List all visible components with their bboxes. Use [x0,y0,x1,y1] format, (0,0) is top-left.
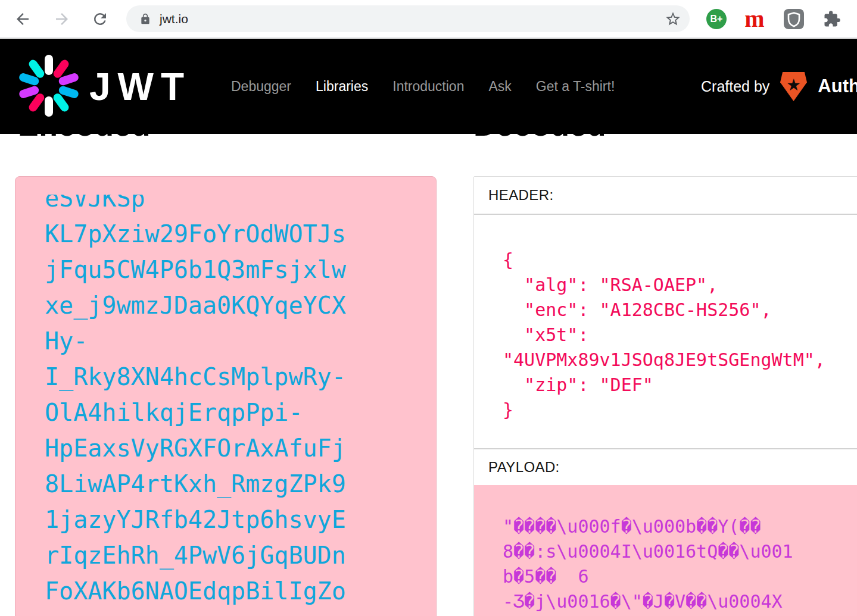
payload-json-text[interactable]: "����\u000f�\u000b��Y(�� 8��:s\u0004I\u0… [474,485,857,614]
nav-link-tshirt[interactable]: Get a T-shirt! [536,79,615,95]
shield-icon [783,8,805,30]
forward-arrow-icon [53,10,71,28]
address-bar[interactable]: jwt.io [126,5,690,32]
https-lock-icon[interactable] [139,13,151,25]
extension-shield-icon[interactable] [783,8,805,30]
crafted-by-label: Crafted by [701,78,769,95]
jwt-logo[interactable]: JWT [18,55,191,117]
bookmark-star-icon[interactable] [665,11,681,27]
jwt-wordmark: JWT [89,65,191,109]
auth0-wordmark[interactable]: Auth0 [818,76,857,97]
site-navbar: JWT Debugger Libraries Introduction Ask … [0,39,857,134]
browser-toolbar: jwt.io B+ m [0,0,857,38]
reload-button[interactable] [91,10,110,29]
header-section-label: HEADER: [474,187,554,204]
encoded-token-clip: eSVJKSp KL7pXziw29FoYrOdWOTJs jFqu5CW4P6… [15,195,436,616]
extensions-puzzle-icon[interactable] [821,8,843,30]
extension-m-icon[interactable]: m [743,8,766,30]
puzzle-icon [823,10,841,28]
nav-link-ask[interactable]: Ask [488,79,511,95]
encoded-token-text[interactable]: eSVJKSp KL7pXziw29FoYrOdWOTJs jFqu5CW4P6… [15,195,436,609]
auth0-logo-icon[interactable]: ★ [780,72,807,101]
jwt-pinwheel-icon [18,55,80,117]
extension-bplus-icon[interactable]: B+ [705,8,728,30]
back-button[interactable] [13,10,32,29]
header-section-bar: HEADER: [474,177,857,214]
encoded-token-panel[interactable]: eSVJKSp KL7pXziw29FoYrOdWOTJs jFqu5CW4P6… [15,176,437,616]
nav-links: Debugger Libraries Introduction Ask Get … [231,39,615,134]
url-text[interactable]: jwt.io [160,12,665,26]
crafted-by-group: Crafted by ★ Auth0 [701,39,857,134]
decoded-panel: HEADER: { "alg": "RSA-OAEP", "enc": "A12… [473,176,857,616]
nav-link-debugger[interactable]: Debugger [231,79,291,95]
forward-button[interactable] [52,10,71,29]
payload-section-bar: PAYLOAD: [474,449,857,485]
svg-text:★: ★ [786,74,801,93]
reload-icon [91,10,109,28]
header-json-area[interactable]: { "alg": "RSA-OAEP", "enc": "A128CBC-HS2… [474,215,857,448]
back-arrow-icon [14,10,32,28]
nav-link-introduction[interactable]: Introduction [392,79,464,95]
payload-section-label: PAYLOAD: [474,459,560,476]
nav-link-libraries[interactable]: Libraries [316,79,368,95]
payload-json-area[interactable]: "����\u000f�\u000b��Y(�� 8��:s\u0004I\u0… [474,485,857,616]
header-json-text[interactable]: { "alg": "RSA-OAEP", "enc": "A128CBC-HS2… [474,215,857,423]
